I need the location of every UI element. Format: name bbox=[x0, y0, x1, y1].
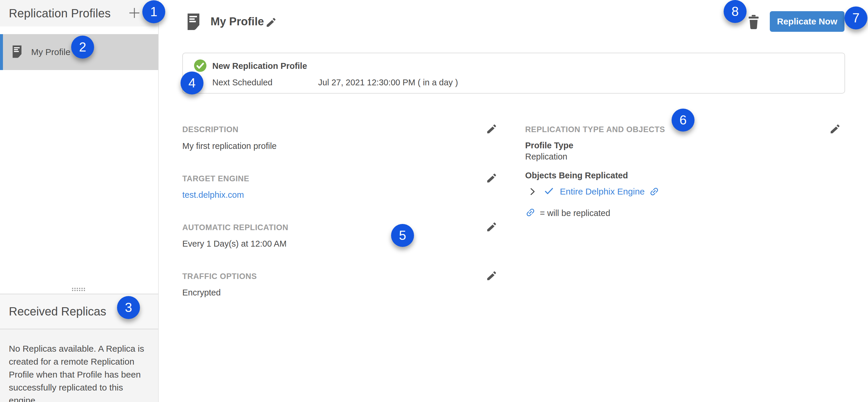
chevron-right-icon bbox=[527, 193, 537, 197]
annotation-badge-6: 6 bbox=[672, 109, 694, 132]
automatic-replication-label: AUTOMATIC REPLICATION bbox=[182, 223, 288, 232]
replication-type-label: REPLICATION TYPE AND OBJECTS bbox=[525, 125, 665, 134]
pencil-icon bbox=[486, 229, 497, 234]
objects-being-replicated-label: Objects Being Replicated bbox=[525, 171, 628, 180]
drag-dots-icon bbox=[72, 288, 87, 293]
annotation-badge-5: 5 bbox=[391, 224, 414, 247]
profile-type-value: Replication bbox=[525, 152, 567, 162]
replication-legend: = will be replicated bbox=[525, 207, 610, 219]
pencil-icon bbox=[265, 25, 277, 29]
target-engine-link[interactable]: test.delphix.com bbox=[182, 190, 244, 200]
edit-traffic-options-button[interactable] bbox=[486, 270, 497, 282]
received-replicas-empty-message: No Replicas available. A Replica is crea… bbox=[0, 329, 158, 402]
annotation-badge-3: 3 bbox=[117, 296, 140, 319]
link-chain-icon bbox=[525, 207, 536, 219]
status-title: New Replication Profile bbox=[212, 61, 307, 71]
traffic-options-value: Encrypted bbox=[182, 288, 221, 297]
description-label: DESCRIPTION bbox=[182, 125, 239, 134]
legend-text: = will be replicated bbox=[540, 208, 610, 218]
pencil-icon bbox=[486, 131, 497, 136]
next-scheduled-value: Jul 27, 2021 12:30:00 PM ( in a day ) bbox=[318, 78, 458, 87]
replicate-now-button[interactable]: Replicate Now bbox=[770, 11, 844, 32]
automatic-replication-value: Every 1 Day(s) at 12:00 AM bbox=[182, 239, 287, 249]
status-card: New Replication Profile Next Scheduled J… bbox=[182, 53, 845, 93]
selected-indicator bbox=[0, 34, 3, 70]
check-circle-icon bbox=[193, 59, 207, 73]
edit-replication-type-button[interactable] bbox=[829, 123, 841, 135]
received-replicas-title: Received Replicas bbox=[9, 305, 106, 318]
plus-icon bbox=[127, 6, 142, 21]
pencil-icon bbox=[486, 180, 497, 185]
page-title: My Profile bbox=[211, 15, 264, 28]
replicated-object-row: Entire Delphix Engine bbox=[527, 185, 659, 198]
profile-type-label: Profile Type bbox=[525, 141, 574, 150]
edit-target-engine-button[interactable] bbox=[486, 172, 497, 184]
link-chain-icon bbox=[649, 186, 659, 197]
sidebar-item-label: My Profile bbox=[31, 47, 70, 57]
delete-profile-button[interactable] bbox=[747, 14, 761, 31]
entire-delphix-engine-link[interactable]: Entire Delphix Engine bbox=[560, 186, 659, 197]
edit-automatic-replication-button[interactable] bbox=[486, 221, 497, 233]
replication-profiles-screen: Replication Profiles My Profile bbox=[0, 0, 868, 402]
annotation-badge-8: 8 bbox=[724, 0, 747, 23]
annotation-badge-7: 7 bbox=[844, 6, 867, 29]
target-engine-label: TARGET ENGINE bbox=[182, 174, 249, 183]
next-scheduled-label: Next Scheduled bbox=[212, 78, 273, 87]
annotation-badge-4: 4 bbox=[181, 71, 204, 94]
traffic-options-label: TRAFFIC OPTIONS bbox=[182, 272, 257, 281]
add-profile-button[interactable] bbox=[127, 6, 142, 21]
pencil-icon bbox=[486, 278, 497, 283]
pencil-icon bbox=[829, 131, 841, 136]
expand-object-button[interactable] bbox=[527, 187, 537, 196]
panel-resize-handle[interactable] bbox=[71, 288, 88, 292]
profile-document-icon bbox=[186, 13, 200, 32]
sidebar: Replication Profiles My Profile bbox=[0, 0, 159, 402]
sidebar-title: Replication Profiles bbox=[9, 7, 111, 20]
edit-description-button[interactable] bbox=[486, 123, 497, 135]
edit-profile-name-button[interactable] bbox=[265, 17, 277, 28]
check-icon bbox=[544, 185, 555, 198]
replication-profiles-header: Replication Profiles bbox=[0, 0, 158, 27]
annotation-badge-2: 2 bbox=[71, 36, 94, 59]
trash-icon bbox=[747, 27, 761, 31]
annotation-badge-1: 1 bbox=[142, 0, 165, 23]
profile-document-icon bbox=[12, 45, 22, 59]
description-value: My first replication profile bbox=[182, 141, 277, 151]
